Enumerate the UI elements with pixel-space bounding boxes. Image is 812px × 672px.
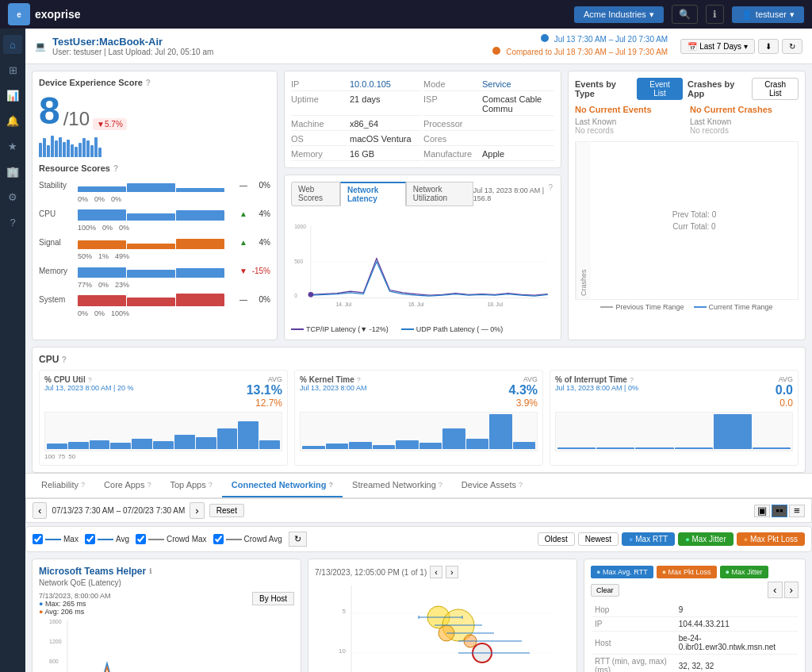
event-list-tab[interactable]: Event List xyxy=(637,78,683,100)
bubble-next-btn[interactable]: › xyxy=(446,566,458,578)
avg-checkbox[interactable] xyxy=(85,534,95,544)
reliability-info[interactable]: ? xyxy=(81,481,85,489)
sidebar-item-chart[interactable]: 📊 xyxy=(3,86,22,105)
score-value: 8 xyxy=(39,92,60,130)
chart-info-icon[interactable]: ? xyxy=(546,182,554,206)
score-sparkline xyxy=(39,133,270,157)
device-assets-info[interactable]: ? xyxy=(519,481,523,489)
avg-label-3: AVG xyxy=(776,375,793,383)
filter-max-rtt[interactable]: ● Max RTT xyxy=(622,532,675,546)
sidebar-item-home[interactable]: ⌂ xyxy=(3,35,22,54)
sidebar-item-star[interactable]: ★ xyxy=(3,136,22,156)
sparkline-bar xyxy=(59,137,62,158)
bubble-prev-btn[interactable]: ‹ xyxy=(430,566,442,578)
hop-filter-max-pkt[interactable]: ● Max Pkt Loss xyxy=(657,566,717,578)
tab-device-assets[interactable]: Device Assets ? xyxy=(452,474,532,497)
by-host-btn[interactable]: By Host xyxy=(252,592,294,605)
tab-web-scores[interactable]: Web Scores xyxy=(291,182,340,206)
view-btn-2[interactable]: ▪▪ xyxy=(772,505,787,517)
cpu-info-icon[interactable]: ? xyxy=(62,355,67,364)
tab-connected-networking[interactable]: Connected Networking ? xyxy=(222,474,343,497)
kernel-bar xyxy=(396,440,419,449)
score-info-icon[interactable]: ? xyxy=(146,79,151,87)
view-btn-1[interactable]: ▣ xyxy=(754,505,770,517)
tab-network-latency[interactable]: Network Latency xyxy=(340,182,406,206)
last-7-days-btn[interactable]: 📅 Last 7 Days ▾ xyxy=(680,39,755,54)
tab-top-apps[interactable]: Top Apps ? xyxy=(160,474,221,497)
filter-max-jitter[interactable]: ● Max Jitter xyxy=(678,532,733,546)
tab-core-apps[interactable]: Core Apps ? xyxy=(94,474,160,497)
memory-bar xyxy=(78,267,126,278)
company-selector[interactable]: Acme Industries ▾ xyxy=(574,6,664,23)
sparkline-bar xyxy=(55,140,58,157)
kernel-info[interactable]: ? xyxy=(357,376,361,384)
filter-oldest[interactable]: Oldest xyxy=(538,532,575,546)
core-apps-info[interactable]: ? xyxy=(147,481,151,489)
download-btn[interactable]: ⬇ xyxy=(758,39,779,54)
tab-network-utilization[interactable]: Network Utilization xyxy=(406,182,473,206)
crowd-avg-label: Crowd Avg xyxy=(244,535,282,543)
memory-bar xyxy=(127,270,175,278)
svg-text:0: 0 xyxy=(294,294,297,299)
bottom-tab-bar: Reliability ? Core Apps ? Top Apps ? Con… xyxy=(25,473,812,498)
stability-trend: — xyxy=(228,181,247,190)
top-apps-info[interactable]: ? xyxy=(209,481,213,489)
connected-networking-info[interactable]: ? xyxy=(329,481,334,489)
cpu-charts-grid: % CPU Util ? Jul 13, 2023 8:00 AM | 20 %… xyxy=(39,370,799,466)
search-button[interactable]: 🔍 xyxy=(672,5,698,24)
ms-teams-info-icon[interactable]: ℹ xyxy=(149,567,151,575)
tab-reliability[interactable]: Reliability ? xyxy=(32,474,94,497)
isp-row: ISP Comcast Cable Commu xyxy=(423,93,554,116)
sidebar-item-grid[interactable]: ⊞ xyxy=(3,60,22,79)
chart-legend: TCP/IP Latency (▼ -12%) UDP Path Latency… xyxy=(291,325,554,333)
cpu-util-title: % CPU Util xyxy=(44,375,86,384)
interrupt-title-group: % of Interrupt Time ? Jul 13, 2023 8:00 … xyxy=(555,375,638,392)
date-range-blue: Jul 13 7:30 AM – Jul 20 7:30 AM xyxy=(492,33,668,46)
cpu-section-title: CPU ? xyxy=(39,354,799,365)
kernel-bar xyxy=(513,442,536,449)
memory-info-key: Memory xyxy=(291,149,347,159)
reliability-label: Reliability xyxy=(41,480,79,490)
tab-streamed-networking[interactable]: Streamed Networking ? xyxy=(343,474,452,497)
refresh-legend-btn[interactable]: ↻ xyxy=(289,532,307,547)
refresh-btn[interactable]: ↻ xyxy=(782,39,802,54)
view-btn-3[interactable]: ≡ xyxy=(789,505,805,517)
legend-curr: Current Time Range xyxy=(694,303,773,311)
time-next-btn[interactable]: › xyxy=(190,502,204,519)
hop-filter-max-jitter[interactable]: ● Max Jitter xyxy=(720,566,768,578)
crash-list-tab[interactable]: Crash List xyxy=(752,78,799,100)
crashes-chart-content: Prev Total: 0 Curr Total: 0 xyxy=(591,142,798,299)
hop-filter-max-rtt[interactable]: ● Max Avg. RTT xyxy=(591,566,653,578)
hop-clear-btn[interactable]: Clear xyxy=(591,584,619,597)
signal-pct: 4% xyxy=(251,238,270,247)
interrupt-info[interactable]: ? xyxy=(630,376,634,384)
resource-info-icon[interactable]: ? xyxy=(113,164,118,173)
crowd-avg-checkbox[interactable] xyxy=(213,534,224,544)
interrupt-bar xyxy=(714,414,752,449)
sparkline-bar xyxy=(98,148,102,157)
avg-val-2: 4.3% xyxy=(509,383,538,397)
filter-max-pkt-loss[interactable]: ● Max Pkt Loss xyxy=(737,532,805,546)
time-prev-btn[interactable]: ‹ xyxy=(33,502,47,519)
filter-newest[interactable]: Newest xyxy=(578,532,619,546)
max-checkbox[interactable] xyxy=(33,534,43,544)
kernel-time-panel: % Kernel Time ? Jul 13, 2023 8:00 AM AVG… xyxy=(294,370,543,466)
sparkline-bar xyxy=(67,140,70,158)
crowd-max-checkbox[interactable] xyxy=(136,534,146,544)
sidebar-item-building[interactable]: 🏢 xyxy=(3,162,22,181)
sidebar-item-help[interactable]: ? xyxy=(3,213,22,232)
bubble-chart-panel: 7/13/2023, 12:05:00 PM (1 of 1) ‹ › 5 10… xyxy=(308,559,577,672)
user-menu[interactable]: 👤 testuser ▾ xyxy=(732,6,804,23)
cpu-chart-bar xyxy=(217,428,238,449)
legend-max: Max xyxy=(33,534,79,544)
hop-nav-prev[interactable]: ‹ xyxy=(768,582,782,598)
reset-btn[interactable]: Reset xyxy=(209,504,244,517)
legend-udp-label: UDP Path Latency ( — 0%) xyxy=(416,325,503,333)
info-button[interactable]: ℹ xyxy=(706,5,724,24)
cpu-util-info[interactable]: ? xyxy=(88,376,92,384)
cpu-util-panel: % CPU Util ? Jul 13, 2023 8:00 AM | 20 %… xyxy=(39,370,288,466)
hop-nav-next[interactable]: › xyxy=(784,582,799,598)
streamed-networking-info[interactable]: ? xyxy=(439,481,442,489)
sidebar-item-bell[interactable]: 🔔 xyxy=(3,111,22,130)
sidebar-item-settings[interactable]: ⚙ xyxy=(3,187,22,206)
